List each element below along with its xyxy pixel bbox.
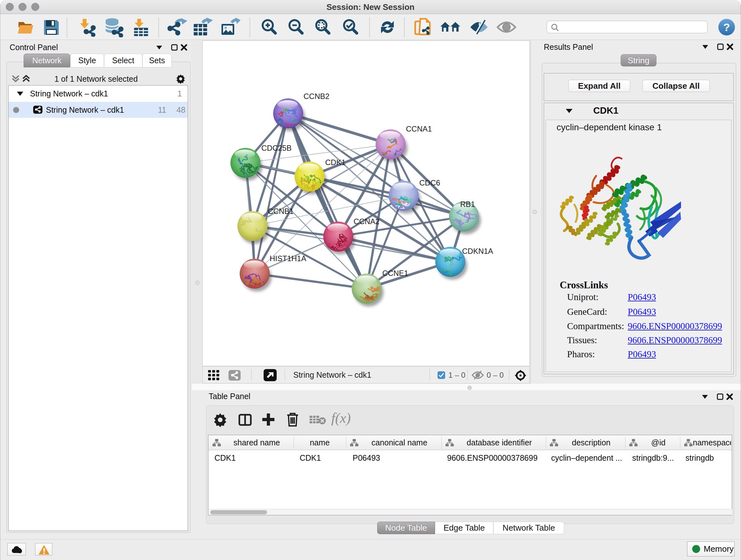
- svg-text:CCNA1: CCNA1: [406, 125, 432, 133]
- svg-text:HIST1H1A: HIST1H1A: [270, 254, 307, 263]
- svg-text:CCNB2: CCNB2: [304, 92, 329, 101]
- svg-text:RB1: RB1: [460, 200, 475, 208]
- svg-text:CCNA2: CCNA2: [354, 217, 380, 226]
- svg-text:CDC6: CDC6: [419, 179, 440, 187]
- svg-text:CDK1: CDK1: [325, 158, 346, 167]
- svg-text:CDC25B: CDC25B: [261, 144, 292, 152]
- svg-text:CCNE1: CCNE1: [382, 269, 408, 277]
- svg-text:CDKN1A: CDKN1A: [462, 247, 493, 255]
- svg-text:CCNB1: CCNB1: [268, 207, 293, 215]
